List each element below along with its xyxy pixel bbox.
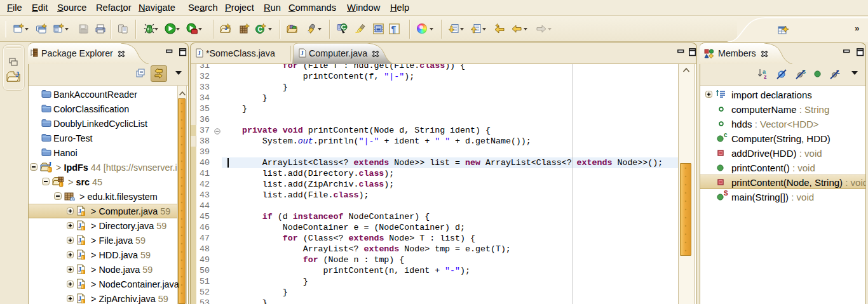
svg-text:J: J bbox=[15, 70, 19, 78]
svg-text:z: z bbox=[764, 74, 767, 79]
svg-text:J: J bbox=[78, 222, 81, 229]
svg-text:J: J bbox=[78, 237, 81, 244]
svg-text:J: J bbox=[78, 266, 81, 273]
svg-text:J: J bbox=[78, 281, 81, 287]
svg-text:¶: ¶ bbox=[391, 24, 397, 34]
svg-text:J: J bbox=[48, 161, 52, 168]
svg-text:J: J bbox=[301, 50, 304, 56]
svg-text:J: J bbox=[198, 50, 201, 56]
svg-text:J: J bbox=[78, 295, 81, 302]
svg-text:J: J bbox=[78, 208, 81, 215]
svg-text:J: J bbox=[78, 251, 81, 258]
